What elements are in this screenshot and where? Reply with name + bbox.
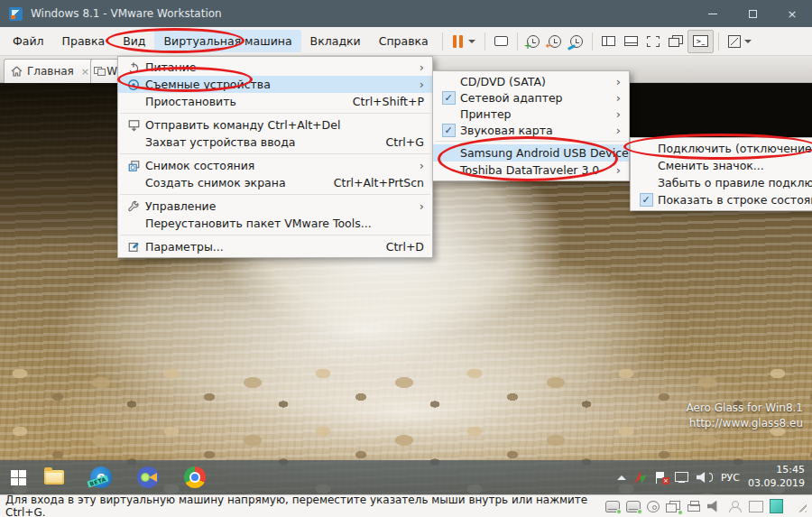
file-explorer-button[interactable] <box>36 470 72 485</box>
edge-icon: e BETA <box>90 466 112 488</box>
fullscreen-button[interactable] <box>724 30 756 53</box>
menu-item-settings[interactable]: Параметры... Ctrl+D <box>118 238 432 255</box>
close-button[interactable]: × <box>772 0 812 27</box>
home-icon <box>11 66 23 77</box>
submenu-item-toshiba-usb[interactable]: Toshiba DataTraveler 3.0 › <box>433 162 629 179</box>
sound-icon[interactable] <box>707 501 722 512</box>
usb-controller-icon[interactable] <box>728 501 743 512</box>
pause-vm-button[interactable] <box>448 30 480 53</box>
toolbar-separator <box>442 32 443 51</box>
shortcut-label: Ctrl+Shift+P <box>335 95 424 108</box>
aero-glass-watermark: Aero Glass for Win8.1 http://www.glass8.… <box>687 401 803 432</box>
watermark-line1: Aero Glass for Win8.1 <box>687 401 803 416</box>
take-snapshot-button[interactable]: + <box>522 30 544 53</box>
menu-separator <box>435 141 627 142</box>
edge-beta-button[interactable]: e BETA <box>83 466 119 488</box>
wallpaper-shadow-right <box>629 83 812 137</box>
window-title: Windows 8.1 - VMware Workstation <box>31 7 222 20</box>
snapshot-revert-icon: ← <box>549 35 561 48</box>
submenu-item-samsung-usb[interactable]: Samsung Android USB Device › <box>433 144 629 162</box>
menu-item-reinstall-tools[interactable]: Переустановить пакет VMware Tools... <box>118 215 432 232</box>
menu-help[interactable]: Справка <box>370 30 438 52</box>
clock-area[interactable]: 15:45 03.09.2019 <box>748 464 805 491</box>
revert-snapshot-button[interactable]: ← <box>544 30 566 53</box>
tab-vm-label: W <box>106 65 117 78</box>
cascade-windows-icon <box>669 35 683 47</box>
toolbar-separator <box>592 32 593 51</box>
submenu-arrow-icon: › <box>420 78 424 90</box>
chrome-button[interactable] <box>177 466 213 488</box>
show-thumbnail-bar-button[interactable] <box>620 30 642 53</box>
resize-grip[interactable] <box>795 501 807 512</box>
cd-dvd-icon[interactable] <box>647 501 660 512</box>
hard-disk2-icon[interactable] <box>626 501 641 512</box>
send-ctrl-alt-del-button[interactable] <box>490 30 512 53</box>
menu-item-manage[interactable]: Управление › <box>118 198 432 215</box>
submenu-arrow-icon: › <box>616 125 621 136</box>
display-icon[interactable] <box>749 501 763 512</box>
chevron-down-icon[interactable] <box>744 40 752 43</box>
minimize-button[interactable] <box>693 0 733 27</box>
minimize-icon <box>708 14 717 14</box>
menu-item-send-ctrl-alt-del[interactable]: Отправить команду Ctrl+Alt+Del <box>118 116 432 134</box>
menu-virtual-machine[interactable]: Виртуальная машина <box>154 30 300 52</box>
network-tray-icon[interactable] <box>675 472 688 483</box>
maximize-button[interactable] <box>733 0 772 27</box>
send-ctrl-alt-del-icon <box>122 119 145 132</box>
show-library-button[interactable] <box>597 30 620 53</box>
language-indicator[interactable]: РУС <box>721 472 740 484</box>
menu-item-capture-screen[interactable]: Создать снимок экрана Ctrl+Alt+PrtScn <box>118 174 432 191</box>
submenu-item-network-adapter[interactable]: ✓ Сетевой адаптер › <box>433 89 629 106</box>
menu-item-suspend[interactable]: Приостановить Ctrl+Shift+P <box>118 93 432 110</box>
status-message: Для входа в эту виртуальную машину напря… <box>5 494 605 517</box>
menu-file[interactable]: Файл <box>4 30 53 52</box>
menu-view[interactable]: Вид <box>114 30 154 52</box>
chrome-icon <box>184 466 206 488</box>
settings-icon <box>122 241 145 254</box>
tab-close-icon[interactable]: × <box>81 66 89 78</box>
shortcut-label: Ctrl+Alt+PrtScn <box>316 176 424 189</box>
submenu-item-forget-rule[interactable]: Забыть о правиле подключения <box>631 174 812 191</box>
console-view-button[interactable]: >_ <box>687 30 714 53</box>
submenu-item-show-in-status-bar[interactable]: ✓ Показать в строке состояния <box>631 191 812 208</box>
submenu-item-sound-card[interactable]: ✓ Звуковая карта › <box>433 122 629 138</box>
network-adapter-icon[interactable] <box>666 501 680 512</box>
snapshot-icon <box>122 160 145 172</box>
message-log-icon[interactable] <box>770 499 783 513</box>
titlebar: Windows 8.1 - VMware Workstation × <box>0 0 812 27</box>
menu-item-snapshot[interactable]: Снимок состояния › <box>118 157 432 174</box>
shortcut-label: Ctrl+G <box>368 135 424 149</box>
guest-taskbar: e BETA × РУС <box>0 460 812 494</box>
action-center-flag-icon[interactable]: × <box>655 472 667 484</box>
submenu-arrow-icon: › <box>616 92 621 104</box>
tray-time: 15:45 <box>748 464 805 477</box>
start-button[interactable] <box>0 470 36 485</box>
printer-icon[interactable] <box>687 501 701 512</box>
show-hidden-icons-chevron[interactable] <box>617 475 626 480</box>
snapshot-take-icon: + <box>527 35 540 48</box>
hard-disk-icon[interactable] <box>605 501 620 512</box>
submenu-item-connect[interactable]: Подключить (отключение от Узел) <box>631 140 812 157</box>
media-app-button[interactable] <box>130 466 166 488</box>
unity-mode-button[interactable] <box>664 30 687 53</box>
submenu-item-cddvd[interactable]: CD/DVD (SATA) › <box>433 73 629 89</box>
submenu-item-change-icon[interactable]: Сменить значок... <box>631 157 812 174</box>
menu-edit[interactable]: Правка <box>53 30 115 52</box>
volume-tray-icon[interactable] <box>697 472 713 483</box>
menu-item-grab-input[interactable]: Захват устройства ввода Ctrl+G <box>118 134 432 151</box>
toolbar-separator <box>517 32 518 51</box>
tab-home[interactable]: Главная × <box>4 59 97 83</box>
checkmark-icon: ✓ <box>442 124 456 137</box>
chevron-down-icon[interactable] <box>468 40 475 43</box>
fit-guest-button[interactable] <box>642 30 664 53</box>
tab-home-label: Главная <box>27 65 74 78</box>
menu-tabs[interactable]: Вкладки <box>301 30 370 52</box>
snapshot-manager-button[interactable] <box>566 30 587 53</box>
vm-tab-icon <box>97 67 102 76</box>
antivirus-tray-icon[interactable] <box>634 471 647 484</box>
wrench-icon <box>122 200 145 213</box>
submenu-item-printer[interactable]: Принтер › <box>433 106 629 122</box>
vmware-logo-icon <box>9 7 23 21</box>
menu-item-power[interactable]: Питание › <box>118 59 432 76</box>
menu-item-removable-devices[interactable]: Съемные устройства › <box>118 76 432 93</box>
